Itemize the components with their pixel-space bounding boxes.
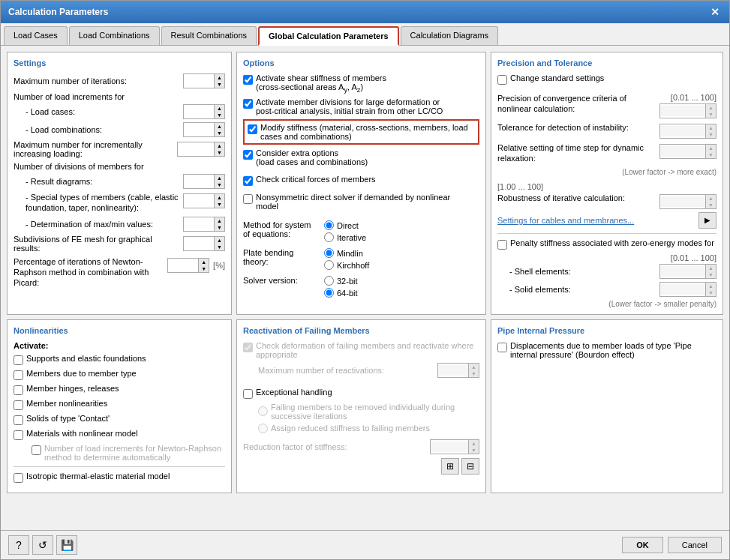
- percentage-down[interactable]: ▼: [198, 265, 209, 272]
- solver-64-label: 64-bit: [337, 289, 358, 298]
- load-combinations-input[interactable]: 1: [184, 124, 214, 135]
- materials-checkbox[interactable]: [14, 430, 23, 440]
- option-check1-row: Activate shear stiffness of members(cros…: [243, 73, 479, 94]
- percentage-input[interactable]: 5: [168, 260, 198, 271]
- option-check5[interactable]: [243, 176, 253, 186]
- solids-checkbox[interactable]: [14, 415, 23, 425]
- reduction-spinner: 1000 ▲ ▼: [430, 439, 479, 454]
- tab-result-combinations[interactable]: Result Combinations: [161, 26, 257, 45]
- max-min-up[interactable]: ▲: [214, 217, 224, 224]
- option-check3-label: Modify stiffness (material, cross-sectio…: [260, 123, 475, 141]
- result-diagrams-spinner[interactable]: 100 ▲ ▼: [183, 174, 225, 189]
- close-button[interactable]: ✕: [708, 5, 722, 19]
- max-iterations-up[interactable]: ▲: [214, 74, 224, 81]
- robustness-input[interactable]: [660, 196, 705, 207]
- load-cases-up[interactable]: ▲: [214, 105, 224, 112]
- bottom-bar: ? ↺ 💾 OK Cancel: [1, 530, 729, 559]
- plate-kirchhoff-radio[interactable]: [324, 260, 334, 270]
- supports-checkbox[interactable]: [14, 355, 23, 365]
- option-check1[interactable]: [243, 75, 253, 85]
- special-types-input[interactable]: 10: [184, 196, 214, 206]
- max-incremental-input[interactable]: 1000: [178, 144, 214, 154]
- option-check2[interactable]: [243, 99, 253, 109]
- solver-64-row: 64-bit: [324, 288, 358, 298]
- plate-mindlin-label: Mindlin: [337, 249, 363, 258]
- shell-input[interactable]: [660, 266, 705, 277]
- result-diagrams-input[interactable]: 100: [184, 176, 214, 187]
- plate-mindlin-radio[interactable]: [324, 248, 334, 258]
- max-min-input[interactable]: 10: [184, 219, 214, 229]
- robustness-spinner[interactable]: ▲ ▼: [659, 194, 716, 209]
- subdivisions-down[interactable]: ▼: [214, 244, 224, 250]
- max-iterations-input[interactable]: 100: [184, 76, 214, 86]
- settings-cables-link[interactable]: Settings for cables and membranes...: [497, 216, 634, 225]
- relative-input[interactable]: [660, 146, 705, 157]
- max-iterations-down[interactable]: ▼: [214, 81, 224, 88]
- settings-cables-button[interactable]: ▶: [698, 212, 716, 229]
- special-types-spinner[interactable]: 10 ▲ ▼: [183, 193, 225, 208]
- precision-input[interactable]: [660, 106, 705, 116]
- reactivation-icon-btn2[interactable]: ⊟: [461, 458, 479, 475]
- load-combinations-up[interactable]: ▲: [214, 123, 224, 130]
- cancel-button[interactable]: Cancel: [668, 537, 722, 553]
- option-check6[interactable]: [243, 194, 253, 204]
- subdivisions-up[interactable]: ▲: [214, 237, 224, 244]
- relative-spinner[interactable]: ▲ ▼: [659, 144, 716, 159]
- penalty-checkbox[interactable]: [497, 240, 507, 250]
- tolerance-spinner[interactable]: ▲ ▼: [659, 124, 716, 139]
- max-min-spinner[interactable]: 10 ▲ ▼: [183, 217, 225, 232]
- max-iterations-spinner[interactable]: 100 ▲ ▼: [183, 73, 225, 88]
- ok-button[interactable]: OK: [622, 537, 663, 553]
- newton-sub-checkbox[interactable]: [32, 445, 41, 455]
- tab-calc-diagrams[interactable]: Calculation Diagrams: [401, 26, 499, 45]
- max-incremental-up[interactable]: ▲: [214, 142, 224, 149]
- precision-spinner[interactable]: ▲ ▼: [659, 103, 716, 118]
- exceptional-checkbox[interactable]: [243, 389, 253, 399]
- isotropic-checkbox[interactable]: [14, 473, 23, 483]
- hinges-checkbox[interactable]: [14, 385, 23, 395]
- change-settings-checkbox[interactable]: [497, 75, 507, 85]
- result-diagrams-down[interactable]: ▼: [214, 181, 224, 188]
- percentage-spinner[interactable]: 5 ▲ ▼: [167, 258, 209, 273]
- load-cases-spinner[interactable]: 1 ▲ ▼: [183, 104, 225, 119]
- solid-spinner[interactable]: ▲ ▼: [659, 282, 716, 297]
- tab-global-calc[interactable]: Global Calculation Parameters: [258, 26, 399, 46]
- top-row: Settings Maximum number of iterations: 1…: [7, 52, 723, 315]
- load-cases-down[interactable]: ▼: [214, 112, 224, 118]
- result-diagrams-up[interactable]: ▲: [214, 175, 224, 181]
- load-cases-input[interactable]: 1: [184, 106, 214, 117]
- special-types-up[interactable]: ▲: [214, 194, 224, 201]
- member-nonlinear-checkbox[interactable]: [14, 400, 23, 410]
- solid-input[interactable]: [660, 284, 705, 295]
- activate-label: Activate:: [14, 341, 225, 350]
- special-types-row: - Special types of members (cable, elast…: [26, 192, 225, 214]
- shell-spinner[interactable]: ▲ ▼: [659, 264, 716, 279]
- method-direct-radio[interactable]: [324, 220, 334, 230]
- reactivation-panel: Reactivation of Failing Members Check de…: [236, 319, 486, 493]
- tolerance-input[interactable]: [660, 126, 705, 136]
- reset-icon-btn[interactable]: ↺: [32, 535, 53, 555]
- max-incremental-down[interactable]: ▼: [214, 149, 224, 156]
- option-check3[interactable]: [248, 124, 257, 134]
- save-icon-btn[interactable]: 💾: [56, 535, 77, 555]
- help-icon-btn[interactable]: ?: [8, 535, 29, 555]
- members-type-checkbox[interactable]: [14, 370, 23, 380]
- percentage-up[interactable]: ▲: [198, 259, 209, 265]
- load-combinations-spinner[interactable]: 1 ▲ ▼: [183, 122, 225, 137]
- reactivation-icon-btn1[interactable]: ⊞: [441, 458, 459, 475]
- max-incremental-spinner[interactable]: 1000 ▲ ▼: [177, 142, 225, 157]
- tab-load-combinations[interactable]: Load Combinations: [69, 26, 160, 45]
- option-check4[interactable]: [243, 150, 253, 160]
- subdivisions-input[interactable]: 3: [184, 238, 214, 249]
- solver-64-radio[interactable]: [324, 288, 334, 298]
- max-min-down[interactable]: ▼: [214, 224, 224, 231]
- subdivisions-spinner[interactable]: 3 ▲ ▼: [183, 236, 225, 251]
- solver-32-radio[interactable]: [324, 276, 334, 286]
- check-deformation-row: Check deformation of failing members and…: [243, 341, 479, 359]
- method-iterative-radio[interactable]: [324, 232, 334, 242]
- load-combinations-down[interactable]: ▼: [214, 130, 224, 136]
- special-types-down[interactable]: ▼: [214, 201, 224, 208]
- supports-label: Supports and elastic foundations: [26, 354, 146, 363]
- displacements-checkbox[interactable]: [497, 343, 507, 352]
- tab-load-cases[interactable]: Load Cases: [4, 26, 68, 45]
